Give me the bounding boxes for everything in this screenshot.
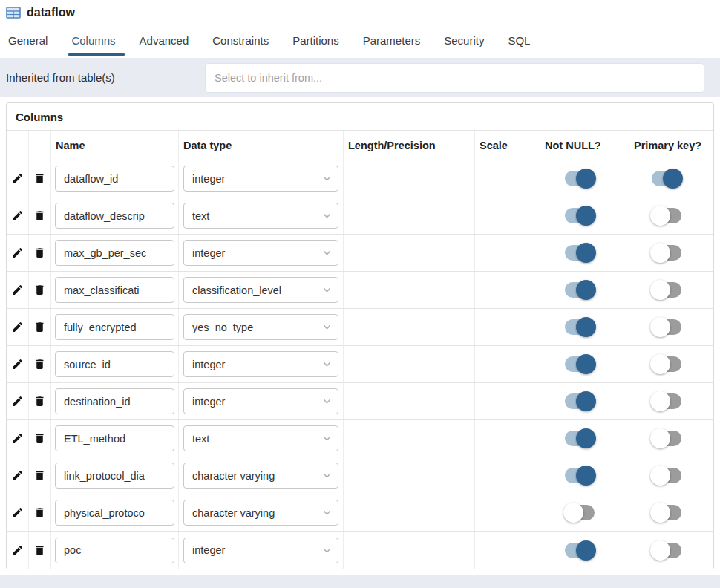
- data-type-select[interactable]: text: [183, 203, 338, 229]
- column-name-input[interactable]: [55, 351, 174, 377]
- data-type-value: text: [184, 433, 315, 445]
- panel-title: Columns: [7, 103, 713, 131]
- header-length: Length/Precision: [344, 131, 475, 160]
- delete-row-button[interactable]: [29, 420, 50, 457]
- not-null-toggle[interactable]: [565, 431, 595, 446]
- pencil-icon: [11, 358, 24, 370]
- primary-key-toggle[interactable]: [652, 171, 681, 186]
- column-name-input[interactable]: [55, 277, 174, 303]
- chevron-down-icon[interactable]: [315, 247, 338, 258]
- data-type-select[interactable]: yes_no_type: [183, 314, 338, 340]
- primary-key-toggle[interactable]: [652, 245, 681, 261]
- primary-key-toggle[interactable]: [652, 468, 681, 483]
- pencil-icon: [11, 209, 24, 222]
- edit-row-button[interactable]: [7, 197, 28, 234]
- delete-row-button[interactable]: [29, 160, 50, 197]
- toggle-knob: [650, 503, 670, 523]
- primary-key-toggle[interactable]: [652, 356, 681, 372]
- chevron-down-icon[interactable]: [315, 321, 338, 333]
- data-type-select[interactable]: character varying: [183, 463, 338, 489]
- tab-constraints[interactable]: Constraints: [210, 25, 271, 56]
- length-cell: [344, 383, 475, 419]
- primary-key-toggle[interactable]: [652, 505, 681, 520]
- not-null-toggle[interactable]: [565, 282, 595, 298]
- tab-columns[interactable]: Columns: [69, 25, 117, 56]
- chevron-down-icon[interactable]: [315, 173, 338, 184]
- chevron-down-icon[interactable]: [315, 470, 338, 481]
- tab-advanced[interactable]: Advanced: [137, 25, 192, 56]
- chevron-down-icon[interactable]: [315, 433, 338, 444]
- column-name-input[interactable]: [55, 463, 174, 489]
- column-name-input[interactable]: [55, 314, 174, 340]
- column-name-input[interactable]: [55, 425, 174, 451]
- not-null-toggle[interactable]: [565, 319, 595, 335]
- tab-partitions[interactable]: Partitions: [290, 25, 341, 56]
- chevron-down-icon[interactable]: [315, 396, 338, 407]
- delete-row-button[interactable]: [29, 235, 50, 271]
- scale-cell: [475, 457, 540, 494]
- edit-row-button[interactable]: [7, 420, 28, 457]
- edit-row-button[interactable]: [7, 160, 28, 197]
- primary-key-toggle[interactable]: [652, 282, 681, 298]
- chevron-down-icon[interactable]: [315, 545, 338, 556]
- column-name-input[interactable]: [55, 203, 174, 229]
- delete-row-button[interactable]: [29, 309, 50, 345]
- not-null-toggle[interactable]: [565, 393, 595, 409]
- not-null-toggle[interactable]: [565, 208, 595, 223]
- delete-row-button[interactable]: [29, 272, 50, 308]
- chevron-down-icon[interactable]: [315, 507, 338, 518]
- not-null-toggle[interactable]: [565, 468, 595, 483]
- chevron-down-icon[interactable]: [315, 210, 338, 221]
- column-name-input[interactable]: [55, 388, 174, 414]
- not-null-toggle[interactable]: [565, 505, 595, 520]
- data-type-select[interactable]: integer: [183, 240, 338, 266]
- inherit-from-input[interactable]: [205, 63, 704, 93]
- primary-key-toggle[interactable]: [652, 431, 681, 446]
- delete-row-button[interactable]: [29, 532, 50, 569]
- column-name-input[interactable]: [55, 538, 174, 564]
- delete-row-button[interactable]: [29, 197, 50, 234]
- data-type-select[interactable]: classification_level: [183, 277, 338, 303]
- column-name-input[interactable]: [55, 240, 174, 266]
- edit-row-button[interactable]: [7, 457, 28, 494]
- data-type-value: character varying: [184, 507, 315, 519]
- header-delete-col: [29, 131, 51, 160]
- delete-row-button[interactable]: [29, 383, 50, 419]
- primary-key-toggle[interactable]: [652, 393, 681, 409]
- tab-general[interactable]: General: [6, 25, 50, 56]
- primary-key-toggle[interactable]: [652, 319, 681, 335]
- edit-row-button[interactable]: [7, 532, 28, 569]
- length-cell: [344, 494, 475, 531]
- edit-row-button[interactable]: [7, 383, 28, 419]
- tab-sql[interactable]: SQL: [505, 25, 532, 56]
- delete-row-button[interactable]: [29, 494, 50, 531]
- delete-row-button[interactable]: [29, 346, 50, 382]
- not-null-toggle[interactable]: [565, 356, 595, 372]
- data-type-select[interactable]: integer: [183, 351, 338, 377]
- tab-security[interactable]: Security: [442, 25, 486, 56]
- data-type-select[interactable]: integer: [183, 538, 338, 564]
- not-null-toggle[interactable]: [565, 171, 595, 186]
- scale-cell: [475, 420, 540, 457]
- tab-parameters[interactable]: Parameters: [361, 25, 423, 56]
- edit-row-button[interactable]: [7, 272, 28, 308]
- data-type-select[interactable]: integer: [183, 166, 338, 192]
- data-type-select[interactable]: character varying: [183, 500, 338, 526]
- chevron-down-icon[interactable]: [315, 284, 338, 295]
- edit-row-button[interactable]: [7, 494, 28, 531]
- column-name-input[interactable]: [55, 166, 174, 192]
- primary-key-toggle[interactable]: [652, 208, 681, 223]
- data-type-select[interactable]: integer: [183, 388, 338, 414]
- not-null-toggle[interactable]: [565, 245, 595, 261]
- not-null-toggle[interactable]: [565, 543, 595, 558]
- edit-row-button[interactable]: [7, 235, 28, 271]
- edit-row-button[interactable]: [7, 309, 28, 345]
- primary-key-toggle[interactable]: [652, 543, 681, 558]
- toggle-knob: [663, 169, 683, 189]
- toggle-knob: [576, 540, 596, 561]
- delete-row-button[interactable]: [29, 457, 50, 494]
- data-type-select[interactable]: text: [183, 425, 338, 451]
- chevron-down-icon[interactable]: [315, 359, 338, 370]
- edit-row-button[interactable]: [7, 346, 28, 382]
- column-name-input[interactable]: [55, 500, 174, 526]
